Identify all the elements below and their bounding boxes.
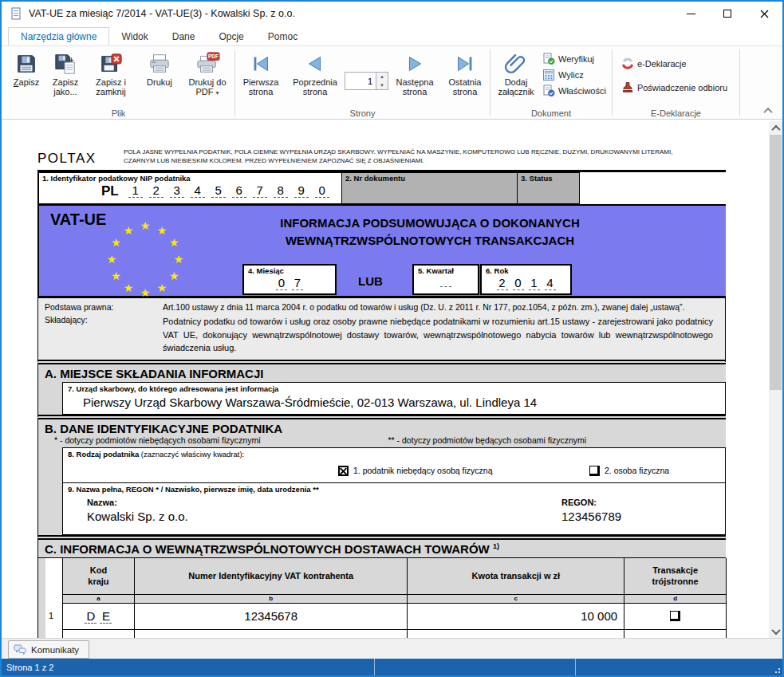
ribbon-tabbar: Narzędzia główne Widok Dane Opcje Pomoc xyxy=(2,26,782,45)
previous-page-button[interactable]: Poprzednia strona xyxy=(286,48,345,97)
triangular-cell[interactable] xyxy=(624,604,726,630)
first-page-button[interactable]: Pierwsza strona xyxy=(236,48,286,97)
print-to-pdf-label: Drukuj do PDF ▾ xyxy=(182,77,233,97)
table-row-partial xyxy=(63,630,726,639)
quarter-label: 5. Kwartał xyxy=(414,266,478,276)
legal-basis-label: Podstawa prawna: xyxy=(45,302,163,312)
previous-page-icon xyxy=(303,50,327,77)
print-icon xyxy=(148,50,171,77)
name-value[interactable]: Kowalski Sp. z o.o. xyxy=(87,510,188,523)
receipt-confirmation-button[interactable]: Poświadczenie odbioru xyxy=(621,81,727,94)
full-name-label: 9. Nazwa pełna, REGON * / Nazwisko, pier… xyxy=(63,483,725,495)
properties-button[interactable]: Właściwości xyxy=(542,85,606,97)
e-deklaracje-button[interactable]: e-Deklaracje xyxy=(621,57,727,70)
country-code-cell[interactable]: DE xyxy=(63,604,135,630)
taxpayer-type-option-1[interactable]: 1. podatnik niebędący osobą fizyczną xyxy=(338,466,493,476)
legal-basis-section: Podstawa prawna: Art.100 ustawy z dnia 1… xyxy=(37,296,726,364)
dropdown-caret-icon: ▾ xyxy=(216,89,219,96)
next-page-label: Następna strona xyxy=(389,77,440,97)
name-label: Nazwa: xyxy=(87,498,117,507)
taxpayer-type-label: 8. Rodzaj podatnika (zaznaczyć właściwy … xyxy=(63,448,725,460)
print-to-pdf-button[interactable]: PDF Drukuj do PDF ▾ xyxy=(181,48,234,97)
page-number-spinner: ▲ ▼ xyxy=(345,72,388,90)
tab-dane[interactable]: Dane xyxy=(160,28,207,46)
ribbon: Zapisz Zapisz jako... Zapisz i zamknij D xyxy=(2,45,782,120)
close-icon xyxy=(760,10,769,18)
nip-field[interactable]: 1. Identyfikator podatkowy NIP podatnika… xyxy=(37,172,342,204)
poltax-logo: POLTAX xyxy=(37,148,124,167)
save-icon xyxy=(14,50,38,77)
year-digits: 2014 xyxy=(482,276,570,290)
last-page-button[interactable]: Ostatnia strona xyxy=(441,48,489,97)
messages-bar: Komunikaty xyxy=(2,638,782,659)
verify-label: Weryfikuj xyxy=(558,54,594,64)
page-number-input[interactable] xyxy=(345,72,376,90)
save-as-button[interactable]: Zapisz jako... xyxy=(45,48,86,97)
section-c: C. INFORMACJA O WEWNĄTRZWSPÓLNOTOWYCH DO… xyxy=(37,540,726,639)
verify-button[interactable]: Weryfikuj xyxy=(542,53,606,65)
section-c-title: C. INFORMACJA O WEWNĄTRZWSPÓLNOTOWYCH DO… xyxy=(38,540,726,558)
next-page-button[interactable]: Następna strona xyxy=(388,48,441,97)
page-spin-down-button[interactable]: ▼ xyxy=(376,81,388,90)
first-page-icon xyxy=(249,50,273,77)
add-attachment-button[interactable]: Dodaj załącznik xyxy=(491,48,541,97)
print-button[interactable]: Drukuj xyxy=(138,48,181,87)
save-button[interactable]: Zapisz xyxy=(8,48,45,87)
document-number-label: 2. Nr dokumentu xyxy=(342,173,517,183)
taxpayer-type-option-2[interactable]: 2. osoba fizyczna xyxy=(589,466,669,476)
section-b-title: B. DANE IDENTYFIKACYJNE PODATNIKA xyxy=(38,419,726,435)
col-triangular: Transakcje trójstronne xyxy=(624,558,726,595)
amount-cell[interactable]: 10 000 xyxy=(408,604,624,630)
col-amount: Kwota transakcji w zł xyxy=(408,558,624,595)
checkbox-checked-icon[interactable] xyxy=(338,466,349,476)
tab-widok[interactable]: Widok xyxy=(109,28,160,46)
maximize-button[interactable] xyxy=(709,2,746,26)
receipt-confirmation-label: Poświadczenie odbioru xyxy=(637,83,727,92)
month-field[interactable]: 4. Miesiąc 07 xyxy=(242,264,337,295)
scrollbar-thumb[interactable] xyxy=(770,135,782,390)
checkbox-unchecked-icon[interactable] xyxy=(670,611,680,621)
vat-number-cell[interactable]: 12345678 xyxy=(135,604,408,630)
ribbon-group-file: Zapisz Zapisz jako... Zapisz i zamknij D xyxy=(3,48,234,119)
e-deklaracje-icon xyxy=(621,57,634,70)
year-field[interactable]: 6. Rok 2014 xyxy=(480,264,572,295)
resize-grip[interactable] xyxy=(773,666,781,674)
checkbox-unchecked-icon[interactable] xyxy=(589,466,600,476)
nip-digits: 1234567890 xyxy=(125,183,333,198)
chevron-up-icon xyxy=(763,108,772,116)
quarter-field[interactable]: 5. Kwartał xyxy=(412,264,479,295)
save-and-close-button[interactable]: Zapisz i zamknij xyxy=(86,48,136,97)
tax-office-value: Pierwszy Urząd Skarbowy Warszawa-Śródmie… xyxy=(63,395,725,414)
ribbon-group-document: Dodaj załącznik Weryfikuj Wylicz Właściw… xyxy=(491,48,611,119)
ribbon-separator xyxy=(490,49,490,116)
collapse-ribbon-button[interactable] xyxy=(765,108,771,114)
calculate-button[interactable]: Wylicz xyxy=(542,69,606,81)
year-label: 6. Rok xyxy=(482,266,570,276)
calculate-label: Wylicz xyxy=(558,70,584,80)
page-spin-up-button[interactable]: ▲ xyxy=(376,73,388,81)
messages-tab[interactable]: Komunikaty xyxy=(8,640,89,659)
e-deklaracje-label: e-Deklaracje xyxy=(637,59,687,69)
poltax-header: POLTAX POLA JASNE WYPEŁNIA PODATNIK, POL… xyxy=(37,147,726,172)
messages-tab-label: Komunikaty xyxy=(31,645,79,655)
vertical-scrollbar[interactable] xyxy=(769,121,782,638)
scroll-up-button[interactable] xyxy=(769,121,782,135)
table-row: DE 12345678 10 000 xyxy=(63,604,726,630)
table-row-number: 1 xyxy=(49,611,53,620)
eu-stars-icon: ★★★★★★★★★★★★ xyxy=(104,218,187,301)
scroll-down-button[interactable] xyxy=(769,624,782,638)
tax-office-field[interactable]: 7. Urząd skarbowy, do którego adresowana… xyxy=(62,382,726,415)
tab-narzedzia-glowne[interactable]: Narzędzia główne xyxy=(8,27,109,46)
section-a: A. MIEJSCE SKŁADANIA INFORMACJI 7. Urząd… xyxy=(37,364,726,419)
ribbon-group-pages: Pierwsza strona Poprzednia strona ▲ ▼ xyxy=(236,48,489,119)
minimize-icon xyxy=(687,14,695,14)
status-label: 3. Status xyxy=(518,173,579,183)
tab-opcje[interactable]: Opcje xyxy=(207,28,255,46)
regon-value[interactable]: 123456789 xyxy=(561,510,621,523)
form-row-1: 1. Identyfikator podatkowy NIP podatnika… xyxy=(37,172,726,204)
close-button[interactable] xyxy=(746,2,782,26)
previous-page-label: Poprzednia strona xyxy=(286,77,344,97)
minimize-button[interactable] xyxy=(672,2,709,26)
app-window: VAT-UE za miesiąc 7/2014 - VAT-UE(3) - K… xyxy=(0,0,784,677)
tab-pomoc[interactable]: Pomoc xyxy=(256,28,309,46)
